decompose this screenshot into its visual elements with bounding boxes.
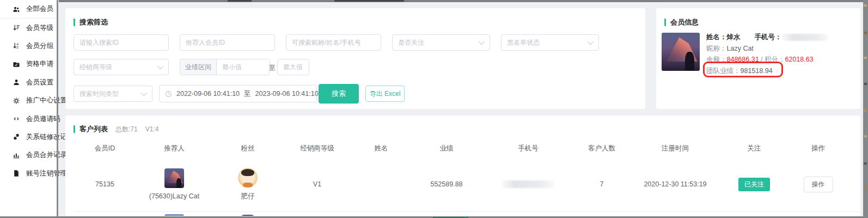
folder-check-icon [13,60,20,68]
date-end-value: 2023-09-06 10:41:10 [255,90,319,98]
cell-dealer-level: V1 [283,157,351,211]
dealer-level-select[interactable]: 经销商等级 [74,59,169,75]
column-header-5: 业绩 [411,144,482,153]
chevron-down-icon [157,63,163,69]
cell-performance: 552589.88 [411,157,482,211]
column-header-9: 关注 [722,144,787,153]
sidebar-item-2[interactable]: AZ会员分组 [0,37,57,55]
section-accent-bar [74,19,75,26]
date-range-picker[interactable]: 2022-09-06 10:41:10 至 2023-09-06 10:41:1… [159,85,317,102]
phone-masked [502,180,555,188]
search-id-input[interactable] [74,34,169,51]
chevron-down-icon [588,39,594,45]
customer-list-card: 客户列表 总数:71 V1:4 会员ID推荐人粉丝经销商等级姓名业绩手机号客户人… [65,116,860,216]
cell-customer-count: 7 [574,157,629,211]
section-accent-bar [664,19,666,26]
search-time-type-select[interactable]: 搜索时间类型 [74,86,152,102]
bar-chart-icon [13,152,20,159]
filter-section-title: 搜索筛选 [80,17,108,27]
member-phone-masked [782,34,829,41]
search-filter-card: 搜索筛选 是否关注 黑名单状态 经销商等级 业绩区间 至 搜索时间类型 2022… [65,8,645,109]
sidebar-item-7[interactable]: 关系链修改记录 [0,128,57,146]
sidebar-item-label: 会员分组 [26,41,53,51]
referrer-name: (75630)Lazy Cat [149,192,199,200]
cell-register-time: 2020-12-30 11:53:19 [629,157,722,211]
customer-total-count: 总数:71 [115,125,138,134]
cell-follow: 已关注 [722,157,787,211]
sidebar-item-4[interactable]: 会员设置 [0,74,57,92]
column-header-1: 推荐人 [136,144,212,153]
row-action-button[interactable]: 操作 [804,177,833,192]
sidebar-item-label: 会员等级 [26,23,53,33]
performance-range-label: 业绩区间 [180,59,217,75]
sidebar-menu: 全部会员会员等级AZ会员分组资格申请会员设置推广中心设置会员邀请码关系链修改记录… [0,0,57,216]
table-row: 75135 (75630)Lazy Cat 肥仔 V1 552589.88 7 … [74,157,860,212]
code-icon [13,115,20,123]
sidebar-item-9[interactable]: 账号注销管理 [0,165,57,183]
gear-icon [13,97,20,105]
sidebar-item-6[interactable]: 会员邀请码 [0,110,57,128]
chevron-down-icon [479,39,485,45]
referrer-id-input[interactable] [180,34,275,51]
date-start-value: 2022-09-06 10:41:10 [176,90,240,98]
sidebar-item-3[interactable]: 资格申请 [0,55,57,73]
sidebar-item-label: 账号注销管理 [26,169,67,178]
link-icon [13,133,20,141]
svg-text:A: A [16,43,19,46]
blacklist-status-select[interactable]: 黑名单状态 [501,34,599,51]
sidebar-item-0[interactable]: 全部会员 [0,0,57,19]
member-balance-line: 余额：848686.31 / 积分：62018.63 [706,54,829,65]
table-header-row: 会员ID推荐人粉丝经销商等级姓名业绩手机号客户人数注册时间关注操作 [74,140,860,157]
performance-range-group: 业绩区间 [180,59,270,75]
member-info-lines: 姓名：焯水手机号： 昵称：Lazy Cat 余额：848686.31 / 积分：… [706,32,829,76]
minimap-strip [863,0,868,218]
sidebar-item-8[interactable]: 会员合并记录 [0,146,57,164]
next-row-fan-avatar [240,215,256,216]
sidebar-item-label: 资格申请 [26,59,53,69]
column-header-4: 姓名 [351,144,411,153]
export-excel-button[interactable]: 导出 Excel [365,86,405,102]
clock-icon [165,90,172,98]
sidebar-item-1[interactable]: 会员等级 [0,19,57,37]
cell-action: 操作 [787,157,849,211]
keyword-input[interactable] [286,34,381,51]
cell-phone [482,157,574,211]
member-info-title: 会员信息 [670,17,699,27]
sort-amount-icon [13,24,20,32]
cell-referrer: (75630)Lazy Cat [136,157,212,211]
sidebar-item-label: 推广中心设置 [26,96,67,105]
member-avatar [662,33,700,71]
column-header-7: 客户人数 [574,144,629,153]
column-header-6: 手机号 [482,144,574,153]
file-icon [13,169,20,177]
cell-fan: 肥仔 [212,157,283,211]
member-name-line: 姓名：焯水手机号： [706,32,829,43]
search-button[interactable]: 搜索 [319,84,359,104]
referrer-avatar [164,168,184,188]
sort-alpha-icon: AZ [13,42,20,50]
followed-badge: 已关注 [738,178,770,191]
sidebar-item-label: 会员合并记录 [26,150,67,160]
fan-avatar [238,168,258,187]
sidebar-divider-line [57,0,58,216]
sidebar-item-5[interactable]: 推广中心设置 [0,92,57,110]
svg-text:Z: Z [16,46,19,50]
column-header-3: 经销商等级 [283,144,351,153]
cell-member-id: 75135 [74,157,136,211]
column-header-10: 操作 [787,144,849,153]
users-icon [13,5,20,13]
member-team-line: 团队业绩：981518.94 [706,65,829,77]
performance-max-input[interactable] [277,59,309,75]
follow-status-select[interactable]: 是否关注 [392,34,490,51]
sidebar-item-label: 会员邀请码 [26,114,60,124]
member-nickname-line: 昵称：Lazy Cat [706,43,829,55]
sidebar-item-label: 全部会员 [26,4,53,14]
date-separator: 至 [244,89,251,99]
column-header-2: 粉丝 [212,144,283,153]
column-header-0: 会员ID [74,144,136,153]
performance-min-input[interactable] [217,59,270,75]
fan-name: 肥仔 [241,192,255,201]
top-edge-strip [59,0,868,2]
section-accent-bar [74,125,75,133]
chevron-down-icon [141,90,147,96]
